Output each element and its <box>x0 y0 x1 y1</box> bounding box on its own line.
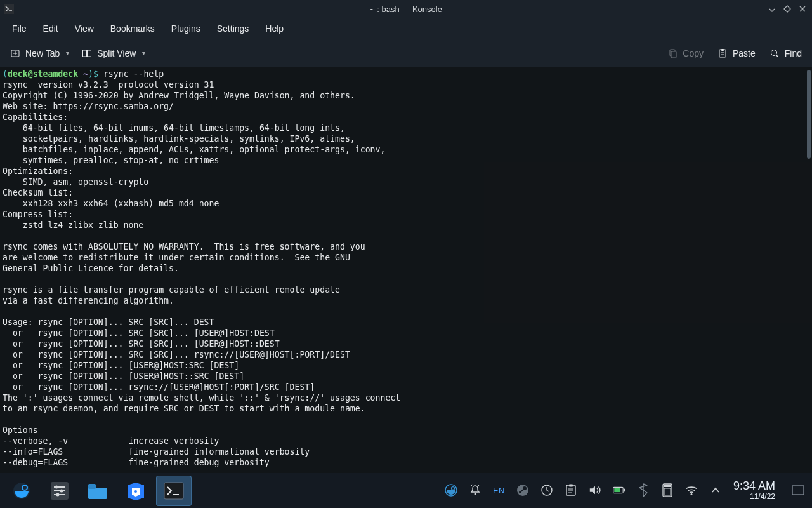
terminal-area[interactable]: (deck@steamdeck ~)$ rsync --help rsync v… <box>0 67 812 473</box>
split-view-button[interactable]: Split View ▾ <box>75 44 152 62</box>
tray-keyboard-layout[interactable]: EN <box>493 486 505 495</box>
svg-rect-2 <box>83 50 87 57</box>
paste-icon <box>717 48 728 58</box>
clock-time: 9:34 AM <box>733 480 775 493</box>
tray-clipboard-icon[interactable] <box>565 484 577 497</box>
tray-steam-icon[interactable] <box>445 484 457 497</box>
split-view-label: Split View <box>97 48 136 58</box>
new-tab-label: New Tab <box>25 48 60 58</box>
svg-rect-26 <box>569 485 573 487</box>
svg-rect-31 <box>664 485 671 487</box>
taskbar: EN 9:34 AM 11/4/22 <box>0 473 812 508</box>
find-button[interactable]: Find <box>763 44 808 62</box>
menu-plugins[interactable]: Plugins <box>163 20 209 37</box>
tray-disk-icon[interactable] <box>661 484 674 497</box>
tray-clock[interactable]: 9:34 AM 11/4/22 <box>733 480 775 501</box>
close-button[interactable] <box>796 2 809 16</box>
tray-steam2-icon[interactable] <box>516 484 529 497</box>
copy-icon <box>667 48 678 58</box>
menu-settings[interactable]: Settings <box>209 20 258 37</box>
new-tab-button[interactable]: New Tab ▾ <box>4 44 75 62</box>
svg-point-8 <box>771 50 776 55</box>
plus-icon <box>10 48 20 58</box>
prompt-path: ~ <box>83 69 88 79</box>
svg-rect-15 <box>88 484 96 489</box>
scrollbar-thumb[interactable] <box>807 70 811 159</box>
svg-point-33 <box>691 493 693 495</box>
tray-volume-icon[interactable] <box>589 484 601 497</box>
prompt-command: rsync --help <box>103 69 164 79</box>
paste-button[interactable]: Paste <box>711 44 762 62</box>
menu-view[interactable]: View <box>67 20 102 37</box>
tray-arrow-icon[interactable] <box>709 484 722 497</box>
svg-point-20 <box>474 493 476 495</box>
svg-point-10 <box>22 485 27 490</box>
svg-rect-5 <box>671 51 676 58</box>
menubar: File Edit View Bookmarks Plugins Setting… <box>0 18 812 39</box>
titlebar[interactable]: ~ : bash — Konsole <box>0 0 812 18</box>
menu-bookmarks[interactable]: Bookmarks <box>102 20 163 37</box>
tray-bluetooth-icon[interactable] <box>637 484 650 497</box>
konsole-window: ~ : bash — Konsole File Edit View Bookma… <box>0 0 812 473</box>
tray-show-desktop-icon[interactable] <box>792 484 804 497</box>
maximize-button[interactable] <box>780 2 794 16</box>
svg-point-14 <box>56 493 60 496</box>
svg-rect-3 <box>88 50 91 57</box>
svg-rect-28 <box>624 489 625 492</box>
minimize-button[interactable] <box>765 2 779 16</box>
tray-battery-icon[interactable] <box>613 484 625 497</box>
svg-point-12 <box>55 485 58 488</box>
window-title: ~ : bash — Konsole <box>0 4 812 14</box>
menu-edit[interactable]: Edit <box>35 20 67 37</box>
svg-rect-34 <box>792 486 804 495</box>
taskbar-files[interactable] <box>80 476 115 506</box>
find-label: Find <box>785 48 802 58</box>
system-tray: EN 9:34 AM 11/4/22 <box>445 480 808 501</box>
search-icon <box>769 48 780 58</box>
svg-rect-7 <box>721 49 724 51</box>
taskbar-app-launcher[interactable] <box>4 476 39 506</box>
taskbar-konsole[interactable] <box>156 476 192 506</box>
prompt-user-host: deck@steamdeck <box>8 69 78 79</box>
toolbar: New Tab ▾ Split View ▾ Copy Paste Find <box>0 39 812 67</box>
svg-point-13 <box>60 489 63 492</box>
svg-point-16 <box>134 490 137 493</box>
tray-notifications-icon[interactable] <box>469 484 481 497</box>
chevron-down-icon: ▾ <box>66 50 69 57</box>
taskbar-discover[interactable] <box>118 476 154 506</box>
svg-rect-17 <box>164 483 183 499</box>
svg-point-19 <box>451 487 454 490</box>
menu-help[interactable]: Help <box>257 20 292 37</box>
tray-updates-icon[interactable] <box>540 484 553 497</box>
copy-button[interactable]: Copy <box>661 44 710 62</box>
menu-file[interactable]: File <box>4 20 35 37</box>
app-icon <box>3 3 15 15</box>
chevron-down-icon: ▾ <box>142 50 145 57</box>
paste-label: Paste <box>733 48 756 58</box>
terminal-output: rsync version v3.2.3 protocol version 31… <box>3 80 400 467</box>
copy-label: Copy <box>683 48 704 58</box>
tray-wifi-icon[interactable] <box>685 484 698 497</box>
svg-rect-29 <box>614 488 620 492</box>
svg-rect-32 <box>664 488 671 495</box>
clock-date: 11/4/22 <box>733 493 775 501</box>
split-icon <box>82 48 92 58</box>
taskbar-settings[interactable] <box>42 476 77 506</box>
scrollbar[interactable] <box>806 70 812 470</box>
